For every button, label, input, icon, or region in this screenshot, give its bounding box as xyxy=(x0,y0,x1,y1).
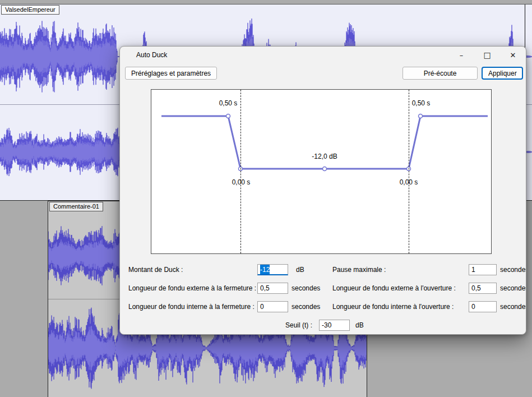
audacity-app: ValsedelEmpereur Commentaire-01 Auto Duc… xyxy=(0,0,532,397)
threshold-unit: dB xyxy=(355,320,364,331)
window-controls: – □ ✕ xyxy=(448,47,526,63)
track1-name: ValsedelEmpereur xyxy=(5,6,55,13)
inner-fade-down-unit: secondes xyxy=(292,301,320,312)
fade-marker-right xyxy=(409,90,409,253)
duck-amount-input[interactable]: -12 xyxy=(257,264,288,275)
duck-curve xyxy=(151,90,491,253)
track1-name-tab[interactable]: ValsedelEmpereur xyxy=(1,5,59,15)
inner-fade-up-label: 0,00 s xyxy=(400,178,418,186)
inner-fade-up-field-label: Longueur de fondu interne à l'ouverture … xyxy=(332,301,454,312)
close-button[interactable]: ✕ xyxy=(500,47,526,63)
threshold-field-label: Seuil (t) : xyxy=(285,320,312,331)
duck-curve-graph: 0,50 s 0,50 s -12,0 dB 0,00 s 0,00 s xyxy=(151,89,492,254)
inner-fade-down-field-label: Longueur de fondu interne à la fermeture… xyxy=(128,301,255,312)
max-pause-field-label: Pause maximale : xyxy=(332,264,386,275)
inner-fade-down-label: 0,00 s xyxy=(232,178,251,186)
threshold-input[interactable]: -30 xyxy=(319,320,350,331)
duck-amount-field-label: Montant de Duck : xyxy=(128,264,183,275)
outer-fade-down-label: 0,50 s xyxy=(219,99,238,107)
duck-amount-label: -12,0 dB xyxy=(312,153,337,160)
maximize-button[interactable]: □ xyxy=(474,47,500,63)
max-pause-unit: secondes xyxy=(500,264,526,275)
outer-fade-up-unit: secondes xyxy=(500,283,526,294)
outer-fade-up-input[interactable]: 0,5 xyxy=(469,283,497,294)
inner-fade-up-input[interactable]: 0 xyxy=(469,301,497,312)
presets-button[interactable]: Préréglages et paramètres xyxy=(125,67,217,80)
outer-fade-down-unit: secondes xyxy=(292,283,320,294)
outer-fade-down-input[interactable]: 0,5 xyxy=(257,283,288,294)
fade-marker-left xyxy=(240,90,241,253)
outer-fade-up-field-label: Longueur de fondu externe à l'ouverture … xyxy=(332,283,456,294)
minimize-button[interactable]: – xyxy=(448,47,474,63)
track2-name-tab[interactable]: Commentaire-01 xyxy=(49,202,103,211)
outer-fade-down-field-label: Longueur de fondu externe à la fermeture… xyxy=(128,283,256,294)
duck-amount-unit: dB xyxy=(296,264,304,275)
outer-fade-up-label: 0,50 s xyxy=(412,99,431,107)
auto-duck-dialog: Auto Duck – □ ✕ Préréglages et paramètre… xyxy=(119,46,526,335)
apply-button[interactable]: Appliquer xyxy=(482,67,523,80)
inner-fade-down-input[interactable]: 0 xyxy=(257,301,288,312)
inner-fade-up-unit: secondes xyxy=(500,301,526,312)
max-pause-input[interactable]: 1 xyxy=(469,264,497,275)
track2-name: Commentaire-01 xyxy=(53,203,99,210)
dialog-title: Auto Duck xyxy=(136,47,167,63)
preview-button[interactable]: Pré-écoute xyxy=(403,67,478,80)
dialog-titlebar[interactable]: Auto Duck – □ ✕ xyxy=(120,47,526,63)
